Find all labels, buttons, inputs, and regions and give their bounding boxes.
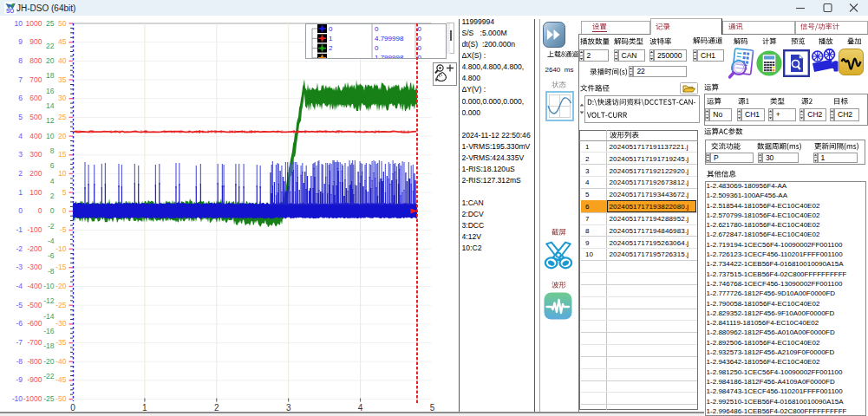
svg-text:SO: SO bbox=[6, 8, 14, 14]
